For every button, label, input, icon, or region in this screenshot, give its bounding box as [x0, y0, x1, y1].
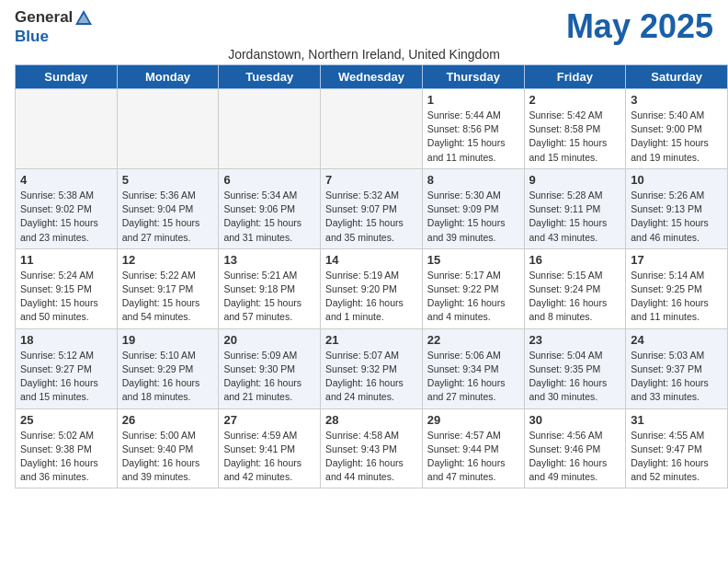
day-info: Sunrise: 5:42 AMSunset: 8:58 PMDaylight:…: [529, 109, 621, 165]
day-number: 1: [427, 93, 519, 107]
calendar-cell: 3Sunrise: 5:40 AMSunset: 9:00 PMDaylight…: [626, 89, 728, 169]
calendar-cell: 25Sunrise: 5:02 AMSunset: 9:38 PMDayligh…: [16, 408, 118, 488]
calendar-week-row: 25Sunrise: 5:02 AMSunset: 9:38 PMDayligh…: [16, 408, 728, 488]
day-info: Sunrise: 5:04 AMSunset: 9:35 PMDaylight:…: [529, 349, 621, 405]
logo-general: General: [15, 9, 73, 27]
day-number: 3: [631, 93, 722, 107]
day-info: Sunrise: 5:12 AMSunset: 9:27 PMDaylight:…: [20, 349, 112, 405]
page-container: General Blue May 2025 Jordanstown, North…: [0, 0, 728, 496]
day-number: 4: [20, 173, 112, 187]
calendar-cell: 27Sunrise: 4:59 AMSunset: 9:41 PMDayligh…: [219, 408, 321, 488]
logo: General Blue: [15, 8, 95, 46]
day-number: 9: [529, 173, 621, 187]
calendar-cell: 20Sunrise: 5:09 AMSunset: 9:30 PMDayligh…: [219, 328, 321, 408]
day-number: 6: [223, 173, 315, 187]
day-number: 25: [20, 413, 112, 427]
day-info: Sunrise: 5:32 AMSunset: 9:07 PMDaylight:…: [325, 189, 417, 245]
calendar-cell: 2Sunrise: 5:42 AMSunset: 8:58 PMDaylight…: [524, 89, 626, 169]
day-number: 23: [529, 333, 621, 347]
day-number: 28: [325, 413, 417, 427]
calendar-cell: 22Sunrise: 5:06 AMSunset: 9:34 PMDayligh…: [422, 328, 524, 408]
day-info: Sunrise: 5:38 AMSunset: 9:02 PMDaylight:…: [20, 189, 112, 245]
calendar-cell: 31Sunrise: 4:55 AMSunset: 9:47 PMDayligh…: [626, 408, 728, 488]
calendar-cell: 4Sunrise: 5:38 AMSunset: 9:02 PMDaylight…: [16, 168, 118, 248]
day-number: 15: [427, 253, 519, 267]
day-info: Sunrise: 4:56 AMSunset: 9:46 PMDaylight:…: [529, 429, 621, 485]
day-info: Sunrise: 4:58 AMSunset: 9:43 PMDaylight:…: [325, 429, 417, 485]
calendar-cell: 8Sunrise: 5:30 AMSunset: 9:09 PMDaylight…: [422, 168, 524, 248]
day-info: Sunrise: 5:26 AMSunset: 9:13 PMDaylight:…: [631, 189, 722, 245]
calendar-wrap: Sunday Monday Tuesday Wednesday Thursday…: [0, 64, 728, 496]
calendar-cell: 11Sunrise: 5:24 AMSunset: 9:15 PMDayligh…: [16, 248, 118, 328]
day-number: 19: [122, 333, 214, 347]
header-tuesday: Tuesday: [219, 65, 321, 89]
day-info: Sunrise: 5:22 AMSunset: 9:17 PMDaylight:…: [122, 269, 214, 325]
day-number: 24: [631, 333, 722, 347]
calendar-cell: [321, 89, 423, 169]
calendar-table: Sunday Monday Tuesday Wednesday Thursday…: [15, 64, 728, 488]
header: General Blue May 2025: [0, 0, 728, 46]
calendar-cell: 14Sunrise: 5:19 AMSunset: 9:20 PMDayligh…: [321, 248, 423, 328]
day-number: 20: [223, 333, 315, 347]
calendar-week-row: 1Sunrise: 5:44 AMSunset: 8:56 PMDaylight…: [16, 89, 728, 169]
day-number: 22: [427, 333, 519, 347]
logo-text: General Blue: [15, 8, 95, 46]
day-number: 31: [631, 413, 722, 427]
location: Jordanstown, Northern Ireland, United Ki…: [228, 47, 500, 62]
logo-icon: [74, 8, 94, 29]
calendar-cell: 16Sunrise: 5:15 AMSunset: 9:24 PMDayligh…: [524, 248, 626, 328]
calendar-cell: 13Sunrise: 5:21 AMSunset: 9:18 PMDayligh…: [219, 248, 321, 328]
header-monday: Monday: [117, 65, 219, 89]
day-info: Sunrise: 5:36 AMSunset: 9:04 PMDaylight:…: [122, 189, 214, 245]
day-number: 30: [529, 413, 621, 427]
day-number: 26: [122, 413, 214, 427]
calendar-cell: 30Sunrise: 4:56 AMSunset: 9:46 PMDayligh…: [524, 408, 626, 488]
calendar-cell: 12Sunrise: 5:22 AMSunset: 9:17 PMDayligh…: [117, 248, 219, 328]
day-info: Sunrise: 4:55 AMSunset: 9:47 PMDaylight:…: [631, 429, 722, 485]
calendar-cell: [16, 89, 118, 169]
calendar-cell: 28Sunrise: 4:58 AMSunset: 9:43 PMDayligh…: [321, 408, 423, 488]
header-sunday: Sunday: [16, 65, 118, 89]
day-info: Sunrise: 5:34 AMSunset: 9:06 PMDaylight:…: [223, 189, 315, 245]
day-info: Sunrise: 5:17 AMSunset: 9:22 PMDaylight:…: [427, 269, 519, 325]
day-number: 27: [223, 413, 315, 427]
day-number: 17: [631, 253, 722, 267]
day-info: Sunrise: 4:59 AMSunset: 9:41 PMDaylight:…: [223, 429, 315, 485]
logo-blue: Blue: [15, 28, 49, 45]
calendar-cell: 21Sunrise: 5:07 AMSunset: 9:32 PMDayligh…: [321, 328, 423, 408]
day-number: 7: [325, 173, 417, 187]
calendar-cell: [219, 89, 321, 169]
calendar-cell: 5Sunrise: 5:36 AMSunset: 9:04 PMDaylight…: [117, 168, 219, 248]
day-info: Sunrise: 5:24 AMSunset: 9:15 PMDaylight:…: [20, 269, 112, 325]
calendar-cell: 17Sunrise: 5:14 AMSunset: 9:25 PMDayligh…: [626, 248, 728, 328]
calendar-cell: 6Sunrise: 5:34 AMSunset: 9:06 PMDaylight…: [219, 168, 321, 248]
calendar-cell: 7Sunrise: 5:32 AMSunset: 9:07 PMDaylight…: [321, 168, 423, 248]
day-number: 8: [427, 173, 519, 187]
calendar-cell: 15Sunrise: 5:17 AMSunset: 9:22 PMDayligh…: [422, 248, 524, 328]
calendar-cell: 24Sunrise: 5:03 AMSunset: 9:37 PMDayligh…: [626, 328, 728, 408]
calendar-cell: 9Sunrise: 5:28 AMSunset: 9:11 PMDaylight…: [524, 168, 626, 248]
location-line: Jordanstown, Northern Ireland, United Ki…: [0, 46, 728, 64]
header-friday: Friday: [524, 65, 626, 89]
day-info: Sunrise: 5:14 AMSunset: 9:25 PMDaylight:…: [631, 269, 722, 325]
day-info: Sunrise: 5:00 AMSunset: 9:40 PMDaylight:…: [122, 429, 214, 485]
calendar-cell: [117, 89, 219, 169]
day-info: Sunrise: 5:28 AMSunset: 9:11 PMDaylight:…: [529, 189, 621, 245]
day-number: 2: [529, 93, 621, 107]
month-title: May 2025: [566, 7, 713, 46]
day-number: 16: [529, 253, 621, 267]
day-number: 29: [427, 413, 519, 427]
calendar-cell: 23Sunrise: 5:04 AMSunset: 9:35 PMDayligh…: [524, 328, 626, 408]
day-number: 18: [20, 333, 112, 347]
day-info: Sunrise: 5:10 AMSunset: 9:29 PMDaylight:…: [122, 349, 214, 405]
day-info: Sunrise: 5:44 AMSunset: 8:56 PMDaylight:…: [427, 109, 519, 165]
day-info: Sunrise: 5:02 AMSunset: 9:38 PMDaylight:…: [20, 429, 112, 485]
calendar-week-row: 18Sunrise: 5:12 AMSunset: 9:27 PMDayligh…: [16, 328, 728, 408]
calendar-week-row: 11Sunrise: 5:24 AMSunset: 9:15 PMDayligh…: [16, 248, 728, 328]
day-number: 21: [325, 333, 417, 347]
day-info: Sunrise: 5:30 AMSunset: 9:09 PMDaylight:…: [427, 189, 519, 245]
header-thursday: Thursday: [422, 65, 524, 89]
day-number: 14: [325, 253, 417, 267]
calendar-cell: 19Sunrise: 5:10 AMSunset: 9:29 PMDayligh…: [117, 328, 219, 408]
day-info: Sunrise: 5:06 AMSunset: 9:34 PMDaylight:…: [427, 349, 519, 405]
